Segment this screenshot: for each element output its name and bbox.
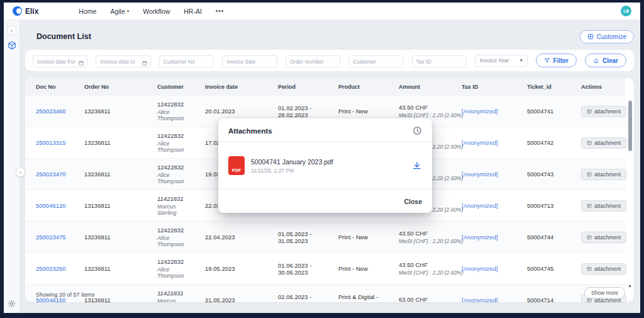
customize-button[interactable]: Customize [580,30,634,43]
sidebar: ‹ [4,20,20,313]
attachment-label: attachment [594,234,621,241]
tax-id-link[interactable]: [Anonymized] [462,265,498,272]
table-header-row: Doc No Order No Customer Invoice date Pe… [25,78,625,96]
nav-agile-label: Agile [110,8,125,15]
nav-item-agile[interactable]: Agile▾ [110,8,129,15]
doc-no-link[interactable]: 250013315 [36,139,66,146]
order-no-cell: 13236811 [79,222,152,253]
order-no-cell: 13236811 [79,96,152,127]
customer-input[interactable] [348,55,403,67]
order-no-cell: 13136811 [79,190,152,222]
order-number-field-wrap [286,55,340,67]
nav-item-hr-ai[interactable]: HR-AI [184,8,202,15]
results-count: Showing 20 of 57 items [36,292,95,298]
doc-no-link[interactable]: 250023475 [36,234,66,241]
customer-cell: 12422832Alice Thompson [152,159,200,190]
history-icon[interactable] [413,126,422,135]
expand-sidebar-icon[interactable]: › [16,168,25,177]
amount-vat: MwSt (CHF) : 2,20 (2.60%) [399,112,452,118]
nav-item-home[interactable]: Home [79,8,96,15]
tax-id-link[interactable]: [Anonymized] [462,171,498,178]
doc-no-link[interactable]: 250023470 [36,171,66,178]
attachment-label: attachment [594,108,621,115]
close-button[interactable]: Close [404,198,422,205]
customer-no: 12422832 [157,132,195,139]
clear-eraser-icon [593,57,599,64]
brand[interactable]: Elix [13,6,38,16]
clear-button[interactable]: Clear [585,54,626,67]
customer-no: 12422832 [157,227,195,234]
doc-no-link[interactable]: 250023250 [36,265,66,272]
settings-gear-icon[interactable] [4,300,19,308]
order-no-cell: 13236811 [79,253,152,285]
customer-field-wrap [348,55,403,67]
customer-no-input[interactable] [159,55,214,67]
customer-no: 12422832 [157,164,195,171]
doc-no-link[interactable]: 500046120 [36,202,66,209]
order-number-input[interactable] [286,55,340,67]
attachment-button[interactable]: attachment [581,200,626,212]
period-cell: 01.06.2023 - 30.06.2023 [273,253,333,285]
tax-id-link[interactable]: [Anonymized] [462,139,498,146]
package-icon[interactable] [8,41,16,50]
clear-label: Clear [602,57,618,64]
attachment-button[interactable]: attachment [581,263,626,275]
ticket-id-cell: 50004745 [522,253,576,285]
attachment-grid-icon [587,172,592,177]
invoice-date-input[interactable] [222,55,277,67]
period-cell: 02.06.2023 - 01.07.2023 [273,285,333,303]
filter-funnel-icon [544,57,550,64]
attachment-label: attachment [594,171,621,178]
scroll-down-arrow-icon[interactable]: ▼ [628,284,632,288]
amount-cell: 63.00 CHF [394,285,457,303]
amount-vat: MwSt (CHF) : 2,20 (2.60%) [399,270,452,276]
product-cell: Print & Digital - New [333,285,394,303]
tax-id-link[interactable]: [Anonymized] [462,297,498,302]
attachment-list-item: PDF 50004741 January 2023.pdf 11/11/25, … [218,142,432,190]
tax-id-field-wrap [412,55,467,67]
customize-label: Customize [597,33,626,40]
customer-cell: 12422832Alice Thompson [152,96,200,127]
attachment-grid-icon [587,140,592,145]
attachment-button[interactable]: attachment [581,232,626,243]
customer-no: 12422832 [157,258,195,265]
ticket-id-cell: 50004744 [522,222,576,253]
attachment-button[interactable]: attachment [581,137,626,149]
amount-value: 43.50 CHF [399,261,452,268]
ticket-id-cell: 50004713 [522,190,576,222]
invoice-date-to-input[interactable] [96,55,150,67]
ticket-id-cell: 50004714 [522,285,576,303]
table-row: 500046150 13136811 11421831Marcus Sterli… [25,285,625,303]
tax-id-input[interactable] [412,55,467,67]
show-more-button[interactable]: Show more [584,287,625,298]
filter-button[interactable]: Filter [536,54,577,67]
nav-hr-ai-label: HR-AI [184,8,202,15]
collapse-sidebar-icon[interactable]: ‹ [7,26,16,35]
attachments-modal: Attachments PDF 50004741 January 2023.pd… [218,118,432,213]
amount-value: 43.50 CHF [399,104,452,111]
doc-no-link[interactable]: 250023460 [36,108,66,115]
attachment-button[interactable]: attachment [581,106,626,117]
download-icon[interactable] [412,161,422,171]
customer-name: Alice Thompson [157,266,195,279]
attachment-label: attachment [594,266,621,272]
nav-home-label: Home [79,8,96,15]
customer-name: Marcus Sterling [157,203,195,216]
tax-id-link[interactable]: [Anonymized] [462,234,498,241]
invoice-year-select[interactable]: Invoice Year ▾ [475,55,528,67]
table-row: 250023475 13236811 12422832Alice Thompso… [25,222,625,253]
scrollbar-thumb[interactable] [628,101,632,151]
chevron-down-icon: ▾ [127,9,130,14]
invoice-date-from-input[interactable] [33,55,87,67]
attachment-grid-icon [587,203,592,208]
attachment-label: attachment [594,140,621,146]
tax-id-link[interactable]: [Anonymized] [462,108,498,115]
invoice-year-label: Invoice Year [480,57,509,64]
avatar[interactable]: LB [621,6,631,16]
more-menu-icon[interactable]: ••• [216,8,225,14]
customer-no: 11421831 [157,290,195,297]
tax-id-link[interactable]: [Anonymized] [462,202,498,209]
nav-item-workflow[interactable]: Workflow [143,8,170,15]
attachment-button[interactable]: attachment [581,169,626,180]
amount-value: 63.00 CHF [399,296,452,302]
